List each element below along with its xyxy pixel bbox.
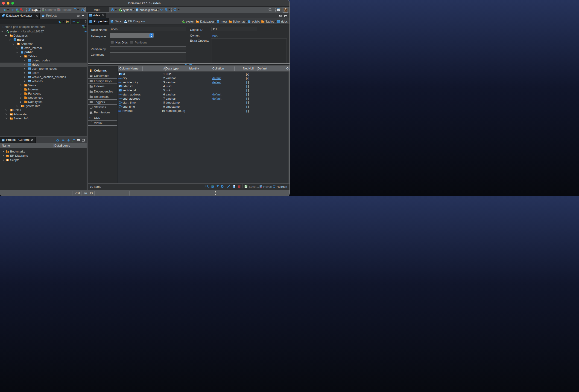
svg-text:‹T: ‹T (89, 117, 92, 119)
svg-text:i: i (91, 106, 91, 109)
svg-text:123: 123 (118, 110, 121, 112)
svg-text:ABC: ABC (118, 81, 122, 83)
svg-text:ABC: ABC (118, 94, 122, 96)
svg-text:ABC: ABC (118, 98, 122, 100)
svg-text:ABC: ABC (118, 77, 122, 79)
